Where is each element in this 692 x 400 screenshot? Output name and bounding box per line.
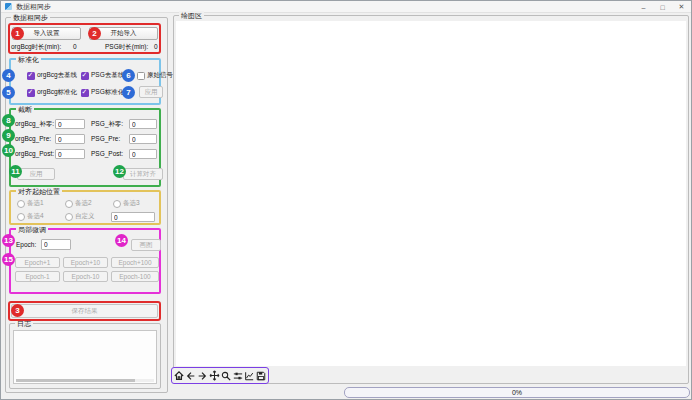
- checkbox-checked-icon: [27, 89, 35, 97]
- psg-pad-input[interactable]: [129, 119, 157, 129]
- calc-align-button[interactable]: 计算对齐: [123, 168, 163, 180]
- horizontal-scrollbar[interactable]: [16, 379, 154, 382]
- psg-pre-label: PSG_Pre:: [91, 134, 120, 144]
- psg-post-input[interactable]: [129, 149, 157, 159]
- normalize-apply-button[interactable]: 应用: [139, 86, 163, 98]
- orgbcg-detrend-label: orgBcg去基线: [37, 71, 77, 80]
- checkbox-checked-icon: [81, 72, 89, 80]
- radio-icon: [17, 213, 25, 221]
- app-window: 数据粗同步 – □ ✕ 数据粗同步 导入设置 开始导入 orgBcg时长(min…: [0, 0, 692, 400]
- orgbcg-normalize-label: orgBcg标准化: [37, 88, 77, 97]
- titlebar: 数据粗同步 – □ ✕: [1, 1, 691, 13]
- badge-9: 9: [2, 129, 15, 142]
- psg-length-value: 0: [154, 42, 158, 52]
- orgbcg-post-input[interactable]: [55, 149, 85, 159]
- psg-post-label: PSG_Post:: [91, 149, 123, 159]
- orgbcg-detrend-checkbox[interactable]: orgBcg去基线: [27, 71, 77, 80]
- orgbcg-pre-label: orgBcg_Pre:: [15, 134, 51, 144]
- subplots-icon[interactable]: [232, 369, 243, 382]
- psg-normalize-label: PSG标准化: [91, 88, 124, 97]
- finetune-group-title: 局部微调: [16, 225, 48, 234]
- radio-option-2[interactable]: 备选2: [65, 199, 92, 208]
- normalize-group: 标准化 orgBcg去基线 PSG去基线 orgBcg标准化 PSG标准化 原始…: [9, 58, 161, 105]
- back-icon[interactable]: [186, 369, 197, 382]
- epoch-label: Epoch:: [16, 240, 36, 250]
- badge-1: 1: [11, 27, 24, 40]
- badge-13: 13: [2, 234, 15, 247]
- epoch-input[interactable]: [41, 239, 71, 250]
- progress-bar: 0%: [344, 387, 690, 398]
- radio-option-3-label: 备选3: [123, 199, 140, 208]
- left-panel-title: 数据粗同步: [11, 13, 50, 22]
- epoch-plus-1-button[interactable]: Epoch+1: [15, 257, 60, 268]
- orgbcg-length-value: 0: [73, 42, 77, 52]
- epoch-minus-100-button[interactable]: Epoch-100: [111, 271, 159, 282]
- radio-option-4[interactable]: 备选4: [17, 212, 44, 221]
- customize-icon[interactable]: [244, 369, 255, 382]
- minimize-button[interactable]: –: [634, 1, 653, 13]
- radio-icon: [17, 200, 25, 208]
- psg-length-label: PSG时长(min):: [105, 42, 148, 52]
- checkbox-checked-icon: [81, 89, 89, 97]
- finetune-group: 局部微调 Epoch: 画图 Epoch+1 Epoch+10 Epoch+10…: [9, 228, 161, 294]
- radio-option-1[interactable]: 备选1: [17, 199, 44, 208]
- draw-button[interactable]: 画图: [131, 239, 161, 251]
- radio-option-1-label: 备选1: [27, 199, 44, 208]
- radio-option-4-label: 备选4: [27, 212, 44, 221]
- epoch-minus-1-button[interactable]: Epoch-1: [15, 271, 60, 282]
- normalize-group-title: 标准化: [16, 55, 41, 64]
- align-position-group: 对齐起始位置 备选1 备选2 备选3 备选4 自定义: [9, 190, 161, 225]
- save-result-button[interactable]: 保存结果: [11, 304, 158, 318]
- radio-option-3[interactable]: 备选3: [113, 199, 140, 208]
- plot-toolbar: [171, 367, 269, 384]
- plot-canvas[interactable]: [176, 21, 686, 366]
- scrollbar-thumb[interactable]: [16, 379, 135, 382]
- truncate-group-title: 截断: [16, 105, 34, 114]
- badge-5: 5: [2, 86, 15, 99]
- badge-6: 6: [122, 69, 135, 82]
- custom-position-input[interactable]: [111, 212, 155, 222]
- radio-icon: [113, 200, 121, 208]
- orgbcg-normalize-checkbox[interactable]: orgBcg标准化: [27, 88, 77, 97]
- badge-14: 14: [115, 234, 128, 247]
- close-button[interactable]: ✕: [672, 1, 691, 13]
- radio-option-custom-label: 自定义: [75, 212, 95, 221]
- truncate-apply-button[interactable]: 应用: [17, 168, 55, 180]
- orgbcg-pre-input[interactable]: [55, 134, 85, 144]
- save-icon[interactable]: [255, 369, 266, 382]
- epoch-plus-100-button[interactable]: Epoch+100: [111, 257, 159, 268]
- app-icon: [5, 3, 12, 10]
- orgbcg-length-label: orgBcg时长(min):: [11, 42, 61, 52]
- orgbcg-pad-label: orgBcg_补零:: [15, 119, 54, 129]
- psg-detrend-checkbox[interactable]: PSG去基线: [81, 71, 124, 80]
- badge-15: 15: [2, 253, 15, 266]
- psg-detrend-label: PSG去基线: [91, 71, 124, 80]
- raw-signal-checkbox[interactable]: 原始信号: [137, 71, 173, 80]
- progress-value: 0%: [512, 389, 522, 396]
- psg-normalize-checkbox[interactable]: PSG标准化: [81, 88, 124, 97]
- badge-3: 3: [11, 304, 24, 317]
- badge-10: 10: [2, 144, 15, 157]
- radio-icon: [65, 200, 73, 208]
- badge-8: 8: [2, 114, 15, 127]
- plot-area-title: 绘图区: [179, 11, 204, 20]
- log-group: 日志: [9, 323, 161, 389]
- radio-option-custom[interactable]: 自定义: [65, 212, 95, 221]
- epoch-plus-10-button[interactable]: Epoch+10: [63, 257, 108, 268]
- forward-icon[interactable]: [197, 369, 208, 382]
- radio-icon: [65, 213, 73, 221]
- window-title: 数据粗同步: [16, 2, 51, 12]
- badge-2: 2: [88, 27, 101, 40]
- align-group-title: 对齐起始位置: [16, 187, 62, 196]
- psg-pre-input[interactable]: [129, 134, 157, 144]
- home-icon[interactable]: [174, 369, 185, 382]
- truncate-group: 截断 orgBcg_补零: PSG_补零: orgBcg_Pre: PSG_Pr…: [9, 108, 161, 187]
- pan-icon[interactable]: [209, 369, 220, 382]
- log-list[interactable]: [13, 330, 157, 384]
- epoch-minus-10-button[interactable]: Epoch-10: [63, 271, 108, 282]
- checkbox-unchecked-icon: [137, 72, 145, 80]
- badge-12: 12: [113, 165, 126, 178]
- orgbcg-pad-input[interactable]: [55, 119, 85, 129]
- maximize-button[interactable]: □: [653, 1, 672, 13]
- zoom-icon[interactable]: [221, 369, 232, 382]
